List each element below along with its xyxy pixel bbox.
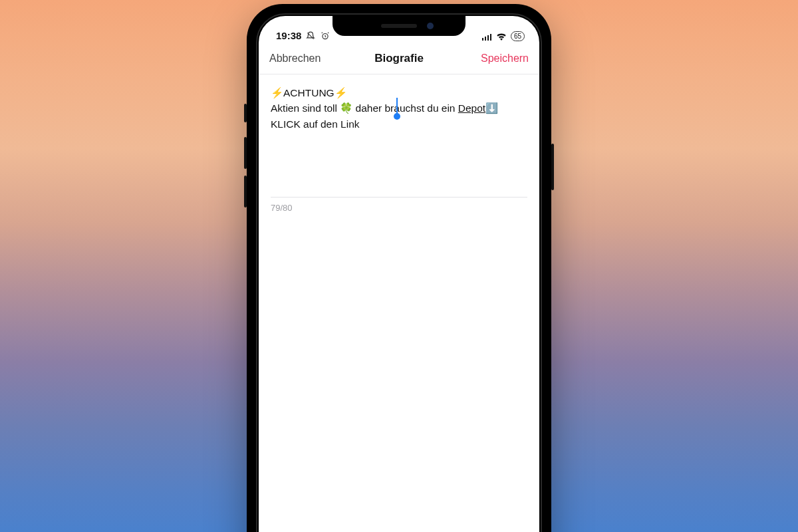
status-time: 19:38 (276, 30, 301, 41)
bio-line-1: ⚡ACHTUNG⚡ (271, 85, 527, 100)
bio-text-editor[interactable]: ⚡ACHTUNG⚡ Aktien sind toll 🍀 daher brauc… (259, 74, 539, 137)
do-not-disturb-icon (305, 31, 316, 41)
nav-header: Abbrechen Biografie Speichern (259, 43, 539, 74)
battery-indicator: 65 (511, 31, 525, 41)
power-button (551, 144, 554, 190)
cancel-button[interactable]: Abbrechen (269, 53, 321, 65)
mute-switch (244, 104, 247, 122)
character-count: 79/80 (259, 198, 539, 218)
volume-down-button (244, 176, 247, 207)
battery-level: 65 (514, 33, 521, 40)
volume-up-button (244, 137, 247, 169)
signal-icon (481, 32, 492, 41)
phone-frame: 19:38 (247, 4, 551, 532)
wifi-icon (496, 32, 507, 41)
save-button[interactable]: Speichern (481, 53, 529, 65)
page-title: Biografie (374, 52, 424, 65)
device-notch (332, 16, 466, 36)
text-cursor-handle[interactable] (394, 113, 400, 120)
alarm-icon (320, 31, 331, 41)
bio-link-text: Depot (458, 102, 485, 114)
text-cursor[interactable] (396, 98, 398, 114)
